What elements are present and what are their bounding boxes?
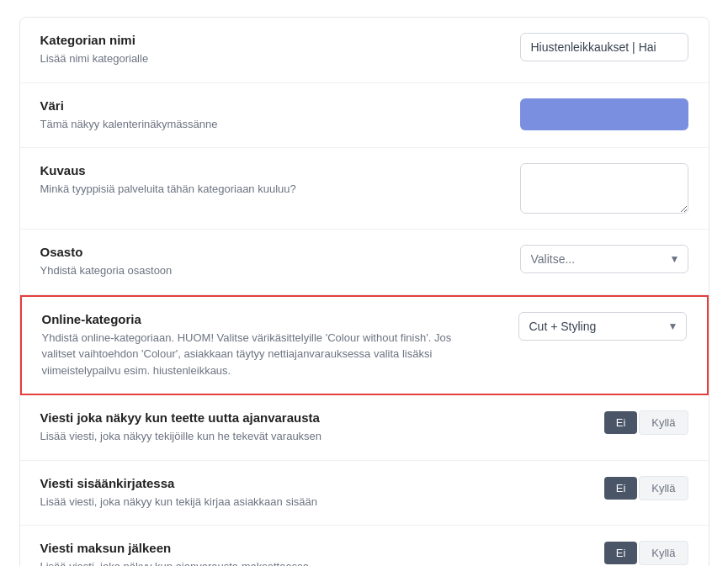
settings-form: Kategorian nimi Lisää nimi kategorialle …: [19, 17, 709, 566]
online-category-select[interactable]: Cut + Styling: [518, 312, 687, 341]
category-name-desc: Lisää nimi kategorialle: [40, 50, 461, 67]
online-category-title: Online-kategoria: [42, 312, 463, 326]
description-row: Kuvaus Minkä tyyppisiä palveluita tähän …: [20, 148, 709, 230]
payment-ei-button[interactable]: Ei: [604, 542, 638, 564]
signin-ei-button[interactable]: Ei: [604, 477, 638, 500]
department-select[interactable]: Valitse...: [520, 245, 688, 273]
payment-label-group: Viesti maksun jälkeen Lisää viesti, joka…: [40, 541, 478, 566]
color-control: [520, 98, 688, 130]
payment-desc: Lisää viesti, joka näkyy kun ajanvaraust…: [40, 558, 461, 566]
payment-kylla-button[interactable]: Kyllä: [639, 541, 688, 565]
online-category-label-group: Online-kategoria Yhdistä online-kategori…: [42, 312, 480, 379]
description-label-group: Kuvaus Minkä tyyppisiä palveluita tähän …: [40, 163, 478, 198]
signin-desc: Lisää viesti, joka näkyy kun tekijä kirj…: [40, 494, 461, 510]
color-row: Väri Tämä näkyy kalenterinäkymässänne: [20, 83, 709, 149]
color-desc: Tämä näkyy kalenterinäkymässänne: [40, 116, 461, 133]
color-swatch-button[interactable]: [520, 98, 688, 130]
description-title: Kuvaus: [40, 163, 461, 177]
signin-title: Viesti sisäänkirjatessa: [40, 476, 461, 490]
category-name-input[interactable]: [520, 33, 688, 61]
category-name-row: Kategorian nimi Lisää nimi kategorialle: [20, 18, 709, 83]
online-category-select-wrapper: Cut + Styling ▼: [518, 312, 687, 341]
new-booking-control: Ei Kyllä: [520, 410, 688, 435]
new-booking-toggle-group: Ei Kyllä: [604, 410, 688, 435]
new-booking-ei-button[interactable]: Ei: [604, 411, 638, 434]
payment-message-row: Viesti maksun jälkeen Lisää viesti, joka…: [20, 526, 709, 566]
online-category-control: Cut + Styling ▼: [518, 312, 687, 341]
department-label-group: Osasto Yhdistä kategoria osastoon: [40, 245, 478, 279]
category-name-title: Kategorian nimi: [40, 33, 461, 47]
new-booking-label-group: Viesti joka näkyy kun teette uutta ajanv…: [40, 410, 478, 445]
department-row: Osasto Yhdistä kategoria osastoon Valits…: [20, 230, 709, 295]
description-textarea[interactable]: [520, 163, 688, 214]
department-select-wrapper: Valitse... ▼: [520, 245, 688, 273]
online-category-row: Online-kategoria Yhdistä online-kategori…: [20, 295, 709, 396]
color-title: Väri: [40, 98, 461, 113]
description-desc: Minkä tyyppisiä palveluita tähän kategor…: [40, 181, 461, 198]
department-control: Valitse... ▼: [520, 245, 688, 273]
new-booking-desc: Lisää viesti, joka näkyy tekijöille kun …: [40, 428, 461, 445]
new-booking-message-row: Viesti joka näkyy kun teette uutta ajanv…: [20, 395, 709, 461]
payment-title: Viesti maksun jälkeen: [40, 541, 461, 555]
department-title: Osasto: [40, 245, 461, 259]
signin-kylla-button[interactable]: Kyllä: [639, 476, 688, 500]
payment-control: Ei Kyllä: [520, 541, 688, 565]
new-booking-title: Viesti joka näkyy kun teette uutta ajanv…: [40, 410, 461, 425]
department-desc: Yhdistä kategoria osastoon: [40, 262, 461, 279]
category-name-label-group: Kategorian nimi Lisää nimi kategorialle: [40, 33, 478, 67]
color-label-group: Väri Tämä näkyy kalenterinäkymässänne: [40, 98, 478, 133]
new-booking-kylla-button[interactable]: Kyllä: [639, 410, 688, 435]
signin-control: Ei Kyllä: [520, 476, 688, 500]
signin-label-group: Viesti sisäänkirjatessa Lisää viesti, jo…: [40, 476, 478, 510]
category-name-control: [520, 33, 688, 61]
signin-message-row: Viesti sisäänkirjatessa Lisää viesti, jo…: [20, 461, 709, 526]
online-category-desc: Yhdistä online-kategoriaan. HUOM! Valits…: [42, 330, 463, 379]
payment-toggle-group: Ei Kyllä: [604, 541, 688, 565]
description-control: [520, 163, 688, 214]
signin-toggle-group: Ei Kyllä: [604, 476, 688, 500]
